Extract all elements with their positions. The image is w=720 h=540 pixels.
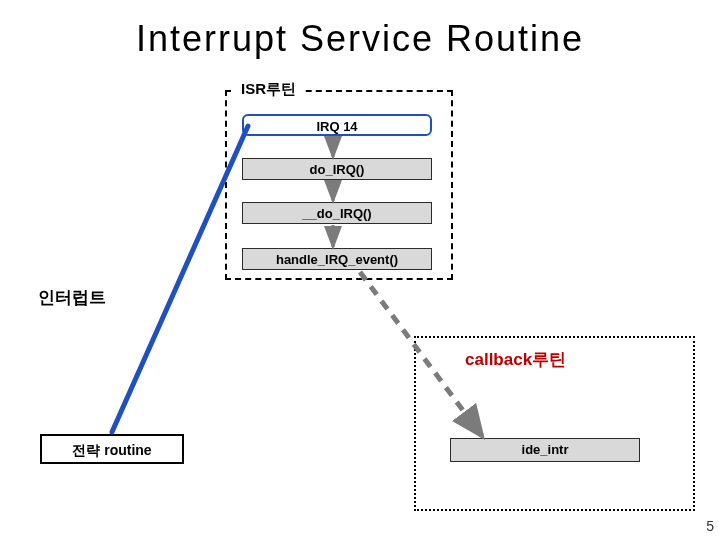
page-number: 5 [706, 518, 714, 534]
interrupt-label: 인터럽트 [38, 286, 106, 309]
box-do-irq: do_IRQ() [242, 158, 432, 180]
box-handle-irq-event: handle_IRQ_event() [242, 248, 432, 270]
box-strategy-routine: 전략 routine [40, 434, 184, 464]
isr-group-label: ISR루틴 [235, 80, 302, 99]
box-ide-intr: ide_intr [450, 438, 640, 462]
page-title: Interrupt Service Routine [0, 18, 720, 60]
callback-group-label: callback루틴 [465, 348, 566, 371]
box-do-irq-underscore: __do_IRQ() [242, 202, 432, 224]
box-irq14: IRQ 14 [242, 114, 432, 136]
